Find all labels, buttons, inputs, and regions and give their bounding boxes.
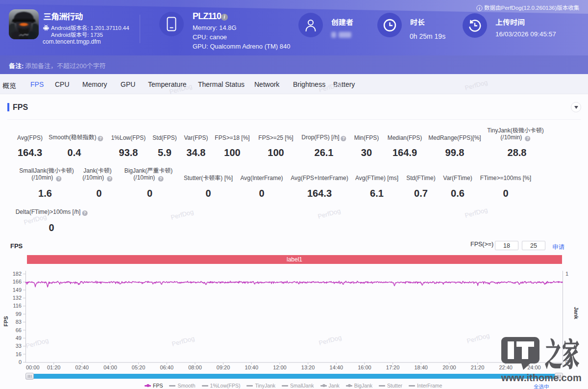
svg-text:Jank: Jank (573, 307, 579, 319)
svg-text:14:40: 14:40 (330, 364, 343, 370)
svg-text:10:40: 10:40 (245, 364, 259, 370)
svg-text:20:00: 20:00 (442, 364, 456, 370)
svg-text:132: 132 (13, 295, 22, 301)
svg-text:01:20: 01:20 (47, 364, 61, 370)
svg-text:13:20: 13:20 (301, 364, 315, 370)
svg-text:08:00: 08:00 (188, 364, 202, 370)
svg-text:149: 149 (13, 287, 22, 293)
svg-text:0: 0 (19, 359, 22, 365)
svg-text:21:20: 21:20 (471, 364, 485, 370)
svg-text:1: 1 (565, 271, 568, 277)
svg-text:116: 116 (13, 303, 22, 309)
svg-text:之家: 之家 (545, 334, 579, 375)
svg-text:06:40: 06:40 (160, 364, 174, 370)
svg-text:18:40: 18:40 (414, 364, 428, 370)
svg-text:33: 33 (16, 343, 22, 349)
svg-text:00:00: 00:00 (26, 364, 40, 370)
svg-text:FPS: FPS (3, 316, 9, 326)
svg-text:www.ithome.com: www.ithome.com (501, 372, 582, 383)
svg-text:16: 16 (16, 351, 22, 357)
svg-text:05:20: 05:20 (132, 364, 146, 370)
svg-text:16:00: 16:00 (358, 364, 371, 370)
svg-text:09:20: 09:20 (217, 364, 230, 370)
svg-text:04:00: 04:00 (103, 364, 117, 370)
svg-text:12:00: 12:00 (273, 364, 287, 370)
svg-text:i: i (479, 6, 480, 11)
svg-text:182: 182 (13, 271, 22, 277)
svg-text:02:40: 02:40 (75, 364, 89, 370)
svg-text:99: 99 (16, 311, 22, 317)
svg-text:17:20: 17:20 (386, 364, 400, 370)
svg-text:49: 49 (16, 335, 22, 341)
svg-text:166: 166 (13, 279, 22, 285)
svg-text:83: 83 (16, 319, 22, 325)
svg-text:66: 66 (16, 327, 22, 333)
